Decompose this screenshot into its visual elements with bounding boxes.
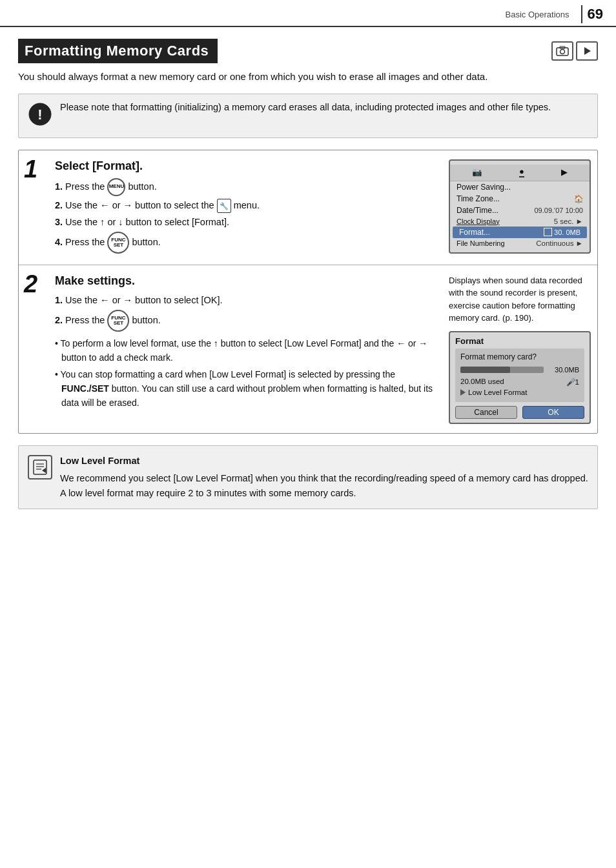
- step-2-side-note: Displays when sound data recorded with t…: [449, 274, 591, 325]
- menu-row-datetime: Date/Time... 09.09.'07 10:00: [450, 205, 590, 216]
- bullet-1: • To perform a low level format, use the…: [55, 337, 442, 365]
- svg-text:!: !: [37, 106, 42, 123]
- svg-marker-10: [42, 468, 46, 473]
- menu-row-power: Power Saving...: [450, 181, 590, 193]
- step-2-number: 2: [24, 272, 52, 296]
- step-2: 2 Make settings. 1. Use the ← or → butto…: [19, 265, 597, 433]
- step-1-item-2: 2. Use the ← or → button to select the 🔧…: [55, 198, 442, 213]
- format-progress-bar: [460, 367, 544, 373]
- page-title: Formatting Memory Cards: [18, 39, 218, 63]
- steps-container: 1 Select [Format]. 1. Press the MENU but…: [18, 150, 598, 434]
- format-dialog-title: Format: [455, 336, 584, 346]
- format-mic-icon: 🎤1: [566, 378, 579, 387]
- func-set-button-icon-2: FUNCSET: [107, 310, 129, 332]
- step-2-item-2: 2. Press the FUNCSET button.: [55, 310, 442, 332]
- step-2-image: Displays when sound data recorded with t…: [449, 274, 591, 424]
- step-2-content: Make settings. 1. Use the ← or → button …: [52, 274, 442, 414]
- bullet-2: • You can stop formatting a card when [L…: [55, 368, 442, 410]
- header-divider: [581, 5, 582, 23]
- menu-button-icon: MENU: [107, 178, 125, 196]
- step-2-items: 1. Use the ← or → button to select [OK].…: [55, 293, 442, 332]
- step-1-content: Select [Format]. 1. Press the MENU butto…: [52, 159, 442, 256]
- format-dialog-question: Format memory card?: [460, 352, 579, 361]
- step-1-item-4: 4. Press the FUNCSET button.: [55, 232, 442, 254]
- camera-menu-tabs: 📷 ● ▶: [450, 165, 590, 181]
- svg-marker-3: [584, 47, 591, 55]
- format-bar-value: 30.0MB: [555, 366, 579, 374]
- func-set-button-icon: FUNCSET: [107, 232, 129, 254]
- title-row: Formatting Memory Cards: [18, 39, 598, 63]
- title-icons: [551, 41, 598, 61]
- camera-menu-screenshot: 📷 ● ▶ Power Saving... Time Zone... 🏠 Dat…: [449, 159, 591, 254]
- note-title: Low Level Format: [60, 454, 588, 469]
- svg-rect-6: [34, 460, 46, 474]
- cancel-button[interactable]: Cancel: [455, 406, 517, 419]
- ok-button[interactable]: OK: [522, 406, 584, 419]
- format-dialog-buttons: Cancel OK: [455, 406, 584, 419]
- menu-row-format: Format... 30. 0MB: [453, 227, 587, 238]
- warning-text: Please note that formatting (initializin…: [60, 101, 551, 115]
- note-text: We recommend you select [Low Level Forma…: [60, 471, 588, 501]
- cam-tab-photo: 📷: [472, 167, 482, 177]
- intro-text: You should always format a new memory ca…: [18, 70, 598, 85]
- warning-icon: !: [28, 102, 52, 131]
- menu-row-filenumbering: File Numbering Continuous ►: [450, 238, 590, 248]
- triangle-icon: [460, 389, 466, 396]
- page-number: 69: [588, 6, 603, 23]
- camera-icon: [551, 41, 573, 61]
- low-level-label: Low Level Format: [468, 389, 527, 396]
- cam-tab-play: ▶: [561, 167, 568, 177]
- format-dialog-used: 20.0MB used 🎤1: [460, 378, 579, 387]
- breadcrumb: Basic Operations: [506, 10, 570, 19]
- step-1-number: 1: [24, 157, 52, 181]
- step-1-item-1: 1. Press the MENU button.: [55, 178, 442, 196]
- page-header: Basic Operations 69: [0, 0, 616, 27]
- checkbox-icon: [544, 228, 552, 236]
- format-dialog: Format Format memory card? 30.0MB 20.0MB…: [449, 331, 591, 424]
- warning-box: ! Please note that formatting (initializ…: [18, 94, 598, 138]
- wrench-icon: 🔧: [217, 199, 231, 213]
- step-1-title: Select [Format].: [55, 159, 442, 173]
- step-2-title: Make settings.: [55, 274, 442, 288]
- main-content: Formatting Memory Cards You should alway…: [0, 27, 616, 521]
- step-1-item-3: 3. Use the ↑ or ↓ button to select [Form…: [55, 215, 442, 230]
- format-bar-inner: [460, 367, 510, 373]
- note-box: Low Level Format We recommend you select…: [18, 445, 598, 510]
- step-2-bullets: • To perform a low level format, use the…: [55, 337, 442, 410]
- note-content: Low Level Format We recommend you select…: [60, 454, 588, 501]
- format-dialog-body: Format memory card? 30.0MB 20.0MB used 🎤…: [455, 348, 584, 402]
- play-icon: [576, 41, 598, 61]
- menu-row-timezone: Time Zone... 🏠: [450, 193, 590, 205]
- step-1-items: 1. Press the MENU button. 2. Use the ← o…: [55, 178, 442, 254]
- note-icon: [28, 455, 52, 479]
- step-1: 1 Select [Format]. 1. Press the MENU but…: [19, 150, 597, 265]
- step-2-item-1: 1. Use the ← or → button to select [OK].: [55, 293, 442, 308]
- svg-point-1: [560, 50, 565, 54]
- low-level-row: Low Level Format: [460, 389, 579, 396]
- cam-tab-selected: ●: [519, 167, 524, 177]
- step-1-image: 📷 ● ▶ Power Saving... Time Zone... 🏠 Dat…: [449, 159, 591, 254]
- menu-row-clockdisplay: Clock Display 5 sec. ►: [450, 216, 590, 227]
- format-used-label: 20.0MB used: [460, 378, 504, 387]
